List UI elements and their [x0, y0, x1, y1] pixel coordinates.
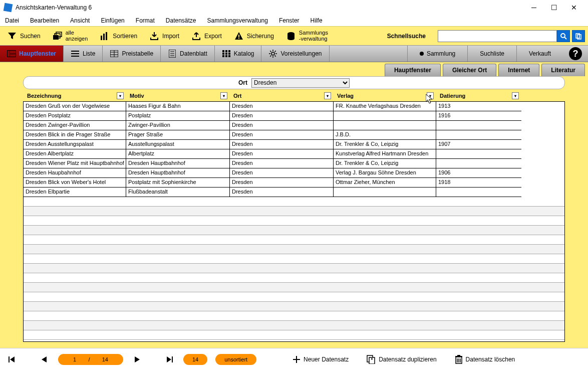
empty-row — [24, 207, 564, 216]
cell: Dresden Ausstellungspalast — [24, 140, 126, 149]
col-verlag: Verlag▾ — [333, 92, 436, 99]
tab-datenblatt[interactable]: Datenblatt — [161, 46, 215, 62]
col-bezeichnung: Bezeichnung▾ — [23, 92, 126, 99]
tab-katalog[interactable]: Katalog — [215, 46, 262, 62]
svg-point-9 — [561, 34, 565, 38]
ort-filter-row: Ort Dresden — [23, 76, 565, 89]
subtab-gleicher-ort[interactable]: Gleicher Ort — [443, 64, 496, 76]
subtabs: Hauptfenster Gleicher Ort Internet Liter… — [0, 62, 588, 76]
menu-hilfe[interactable]: Hilfe — [309, 16, 325, 25]
cell: Dr. Trenkler & Co, Leipzig — [334, 140, 436, 149]
menu-bearbeiten[interactable]: Bearbeiten — [28, 16, 61, 25]
nav-next-button[interactable] — [131, 353, 143, 365]
cell: Albertplatz — [126, 149, 230, 159]
svg-rect-39 — [172, 356, 173, 362]
table-row[interactable]: Dresden Blick in die Prager StraßePrager… — [24, 130, 564, 140]
cell: Kunstverlag Alfred Hartmann Dresden — [334, 149, 436, 159]
sicherung-button[interactable]: Sicherung — [234, 31, 274, 41]
empty-row — [24, 264, 564, 273]
tab-suchliste[interactable]: Suchliste — [467, 46, 516, 62]
table-header: Bezeichnung▾ Motiv▾ Ort▾ Verlag▾ Datieru… — [23, 90, 565, 101]
filter-dd-motiv[interactable]: ▾ — [220, 92, 227, 99]
table-row[interactable]: Dresden HaupbahnhofDresden HauptbahnhofD… — [24, 168, 564, 178]
alle-anzeigen-button[interactable]: alle anzeigen — [53, 30, 88, 42]
duplicate-icon — [367, 355, 376, 364]
table-row[interactable]: Dresden Gruß von der VogelwieseHaases Fi… — [24, 102, 564, 111]
stack-icon — [53, 31, 63, 41]
schnellsuche-label: Schnellsuche — [387, 33, 426, 40]
table-row[interactable]: Dresden ElbpartieFlußbadeanstaltDresden — [24, 188, 564, 197]
nav-last-button[interactable] — [163, 353, 175, 365]
filter-dd-bezeichnung[interactable]: ▾ — [117, 92, 124, 99]
gear-icon — [268, 49, 277, 58]
cell: Dresden — [230, 188, 334, 197]
menu-einfuegen[interactable]: Einfügen — [99, 16, 126, 25]
export-button[interactable]: Export — [191, 31, 222, 41]
sortieren-button[interactable]: Sortieren — [100, 31, 137, 41]
svg-rect-44 — [457, 355, 460, 356]
menu-sammlung[interactable]: Sammlungsverwaltung — [205, 16, 270, 25]
subtab-internet[interactable]: Internet — [498, 64, 539, 76]
table-row[interactable]: Dresden PostplatzPostplatzDresden1916 — [24, 111, 564, 121]
close-button[interactable]: ✕ — [564, 0, 584, 15]
import-button[interactable]: Import — [149, 31, 179, 41]
search-go-button[interactable] — [557, 30, 570, 42]
svg-rect-14 — [8, 51, 10, 57]
svg-rect-33 — [228, 53, 230, 55]
tab-verkauft[interactable]: Verkauft — [516, 46, 563, 62]
cell: Dresden Blick von Weber's Hotel — [24, 178, 126, 188]
menu-ansicht[interactable]: Ansicht — [68, 16, 92, 25]
loeschen-button[interactable]: Datensatz löschen — [455, 355, 515, 364]
filter-dd-datierung[interactable]: ▾ — [512, 92, 519, 99]
svg-rect-35 — [225, 55, 227, 57]
svg-rect-29 — [225, 50, 227, 52]
copy-icon — [575, 33, 582, 40]
tab-voreinstellungen[interactable]: Voreistellungen — [261, 46, 329, 62]
sammlungsverwaltung-button[interactable]: Sammlungs -verwaltung — [286, 30, 328, 42]
cell: Dr. Trenkler & Co, Leipzig — [334, 159, 436, 168]
sort-pill[interactable]: unsortiert — [215, 354, 256, 365]
tab-hauptfenster[interactable]: Hauptfenster — [0, 46, 64, 62]
cell: Dresden Blick in die Prager Straße — [24, 130, 126, 140]
help-button[interactable]: ? — [563, 46, 588, 62]
cell: 1918 — [436, 178, 521, 188]
cell: Ausstellungspalast — [126, 140, 230, 149]
empty-row — [24, 311, 564, 321]
nav-prev-button[interactable] — [38, 353, 50, 365]
menu-datei[interactable]: Datei — [3, 16, 21, 25]
cell: Dresden Postplatz — [24, 111, 126, 121]
menu-datensaetze[interactable]: Datensätze — [164, 16, 198, 25]
table-row[interactable]: Dresden AlbertplatzAlbertplatzDresdenKun… — [24, 149, 564, 159]
subtab-literatur[interactable]: Literatur — [541, 64, 585, 76]
subtab-hauptfenster[interactable]: Hauptfenster — [385, 64, 441, 76]
cell: Dresden — [230, 159, 334, 168]
minimize-button[interactable]: ─ — [524, 0, 544, 15]
neuer-datensatz-button[interactable]: Neuer Datensatz — [292, 355, 349, 363]
table-body: Dresden Gruß von der VogelwieseHaases Fi… — [23, 101, 565, 342]
menu-format[interactable]: Format — [134, 16, 157, 25]
filter-dd-verlag[interactable]: ▾ — [427, 92, 434, 99]
tab-sammlung[interactable]: Sammlung — [407, 46, 467, 62]
nav-first-button[interactable] — [6, 353, 18, 365]
duplizieren-button[interactable]: Datensatz duplizieren — [367, 355, 436, 364]
ort-select[interactable]: Dresden — [251, 78, 350, 88]
maximize-button[interactable]: ☐ — [544, 0, 564, 15]
cell: Dresden Haupbahnhof — [24, 168, 126, 178]
cell: 1913 — [436, 102, 521, 111]
menu-fenster[interactable]: Fenster — [277, 16, 302, 25]
viewtabs: Hauptfenster Liste Preistabelle Datenbla… — [0, 45, 588, 62]
tab-liste[interactable]: Liste — [64, 46, 103, 62]
tab-preistabelle[interactable]: Preistabelle — [103, 46, 161, 62]
filter-dd-ort[interactable]: ▾ — [324, 92, 331, 99]
list-icon — [71, 49, 80, 58]
search-copy-button[interactable] — [572, 30, 585, 42]
svg-rect-32 — [225, 53, 227, 55]
table-row[interactable]: Dresden Zwinger-PavillionZwinger-Pavilli… — [24, 121, 564, 130]
schnellsuche-input[interactable] — [438, 30, 557, 42]
table-row[interactable]: Dresden Wiener Platz mit HauptbahnhofDre… — [24, 159, 564, 168]
table-row[interactable]: Dresden Blick von Weber's HotelPostplatz… — [24, 178, 564, 188]
suchen-button[interactable]: Suchen — [7, 31, 41, 41]
cell: 1906 — [436, 168, 521, 178]
svg-line-10 — [564, 37, 566, 39]
table-row[interactable]: Dresden AusstellungspalastAusstellungspa… — [24, 140, 564, 149]
